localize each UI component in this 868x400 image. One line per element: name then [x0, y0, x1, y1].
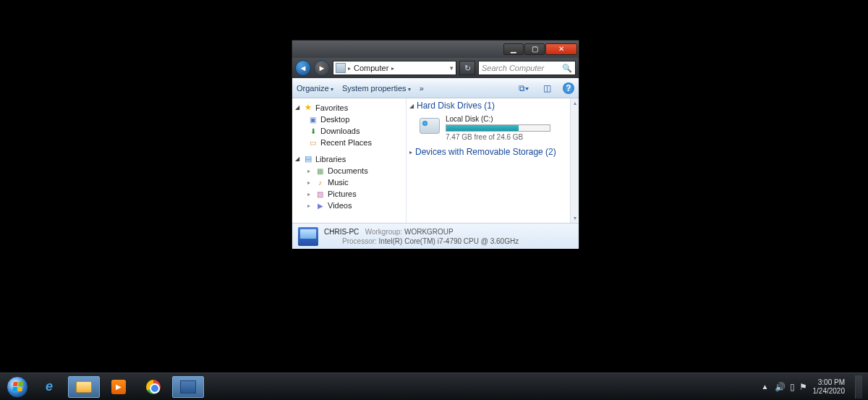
explorer-window: ▁ ▢ ✕ ◄ ► ▸ Computer ▸ ▾ ↻ Search Comput…: [292, 40, 579, 248]
app-icon: [180, 380, 196, 393]
close-button[interactable]: ✕: [545, 43, 577, 55]
favorites-header[interactable]: ◢★ Favorites: [292, 101, 406, 114]
taskbar: e ▶ ▲ 🔊 ▯ ⚑ 3:00 PM 1/24/2020: [0, 373, 868, 400]
computer-name: CHRIS-PC: [324, 228, 359, 236]
videos-icon: ▶: [315, 200, 326, 210]
forward-button[interactable]: ►: [314, 60, 330, 76]
libraries-label: Libraries: [315, 155, 346, 163]
sidebar-item-desktop[interactable]: ▣ Desktop: [292, 114, 406, 125]
sidebar-item-videos[interactable]: ▸▶ Videos: [292, 200, 406, 211]
drive-freespace: 7.47 GB free of 24.6 GB: [446, 133, 573, 141]
view-options-button[interactable]: ⧉▾: [516, 81, 531, 95]
taskbar-media-player[interactable]: ▶: [103, 376, 135, 398]
dropdown-icon[interactable]: ▾: [450, 64, 454, 72]
star-icon: ★: [302, 103, 313, 113]
desktop-icon: ▣: [307, 114, 318, 124]
processor-value: Intel(R) Core(TM) i7-4790 CPU @ 3.60GHz: [379, 237, 519, 245]
recent-icon: ▭: [307, 137, 318, 148]
hdd-group-header[interactable]: ◢ Hard Disk Drives (1): [407, 98, 579, 114]
drive-local-c[interactable]: Local Disk (C:) 7.47 GB free of 24.6 GB: [407, 114, 579, 145]
maximize-button[interactable]: ▢: [524, 43, 545, 55]
address-bar[interactable]: ▸ Computer ▸ ▾: [333, 61, 456, 75]
clock[interactable]: 3:00 PM 1/24/2020: [813, 378, 846, 396]
taskbar-chrome[interactable]: [137, 376, 169, 398]
scrollbar[interactable]: ▴▾: [570, 98, 579, 223]
media-icon: ▶: [111, 380, 126, 394]
chrome-icon: [146, 380, 161, 394]
libraries-group: ◢▤ Libraries ▸▦ Documents ▸♪ Music ▸▧ Pi…: [292, 153, 406, 211]
network-icon[interactable]: ▯: [790, 382, 795, 392]
downloads-icon: ⬇: [307, 126, 318, 136]
computer-large-icon: [298, 227, 318, 246]
preview-pane-button[interactable]: ◫: [540, 81, 554, 95]
time: 3:00 PM: [813, 378, 846, 387]
details-pane: CHRIS-PC Workgroup: WORKGROUP Processor:…: [292, 223, 579, 249]
drive-name: Local Disk (C:): [446, 115, 573, 123]
workgroup-label: Workgroup:: [365, 228, 403, 236]
sidebar-item-pictures[interactable]: ▸▧ Pictures: [292, 188, 406, 200]
workgroup-value: WORKGROUP: [404, 228, 454, 236]
titlebar[interactable]: ▁ ▢ ✕: [292, 41, 579, 58]
organize-menu[interactable]: Organize: [297, 84, 333, 93]
taskbar-explorer[interactable]: [68, 376, 100, 398]
folder-icon: [76, 381, 92, 393]
explorer-body: ◢★ Favorites ▣ Desktop ⬇ Downloads ▭ Rec…: [292, 98, 579, 223]
content-pane: ◢ Hard Disk Drives (1) Local Disk (C:) 7…: [407, 98, 579, 223]
favorites-group: ◢★ Favorites ▣ Desktop ⬇ Downloads ▭ Rec…: [292, 101, 406, 148]
windows-logo-icon: [12, 382, 22, 391]
system-properties-button[interactable]: System properties: [342, 84, 411, 93]
search-icon: 🔍: [562, 64, 572, 73]
search-box[interactable]: Search Computer 🔍: [478, 61, 576, 75]
libraries-icon: ▤: [302, 154, 313, 164]
expand-icon: ▸: [409, 149, 412, 156]
nav-pane: ◢★ Favorites ▣ Desktop ⬇ Downloads ▭ Rec…: [292, 98, 407, 223]
toolbar-overflow[interactable]: »: [420, 84, 424, 93]
taskbar-app[interactable]: [172, 376, 204, 398]
refresh-button[interactable]: ↻: [459, 61, 475, 75]
system-tray: ▲ 🔊 ▯ ⚑ 3:00 PM 1/24/2020: [762, 375, 865, 399]
action-center-icon[interactable]: ⚑: [799, 382, 807, 392]
sidebar-item-documents[interactable]: ▸▦ Documents: [292, 165, 406, 176]
processor-label: Processor:: [342, 237, 377, 245]
drive-icon: [420, 118, 440, 134]
help-button[interactable]: ?: [563, 82, 574, 94]
command-bar: Organize System properties » ⧉▾ ◫ ?: [292, 78, 579, 98]
sidebar-item-recent-places[interactable]: ▭ Recent Places: [292, 137, 406, 148]
collapse-icon: ◢: [409, 103, 414, 109]
tray-chevron[interactable]: ▲: [762, 383, 769, 391]
sidebar-item-music[interactable]: ▸♪ Music: [292, 176, 406, 188]
volume-icon[interactable]: 🔊: [775, 382, 786, 392]
start-button[interactable]: [3, 375, 32, 399]
music-icon: ♪: [315, 177, 326, 187]
show-desktop-button[interactable]: [855, 375, 862, 399]
favorites-label: Favorites: [315, 103, 348, 112]
date: 1/24/2020: [813, 387, 846, 396]
libraries-header[interactable]: ◢▤ Libraries: [292, 153, 406, 165]
documents-icon: ▦: [315, 166, 326, 176]
back-button[interactable]: ◄: [295, 60, 311, 76]
address-segment[interactable]: Computer: [351, 64, 391, 72]
ie-icon: e: [46, 379, 53, 394]
minimize-button[interactable]: ▁: [503, 43, 524, 55]
sidebar-item-downloads[interactable]: ⬇ Downloads: [292, 125, 406, 137]
search-placeholder: Search Computer: [482, 64, 544, 72]
chevron-right-icon: ▸: [391, 65, 394, 72]
capacity-bar: [446, 124, 550, 132]
taskbar-ie[interactable]: e: [33, 376, 65, 398]
pictures-icon: ▧: [315, 189, 326, 199]
nav-bar: ◄ ► ▸ Computer ▸ ▾ ↻ Search Computer 🔍: [292, 58, 579, 78]
computer-icon: [336, 63, 346, 73]
removable-group-header[interactable]: ▸ Devices with Removable Storage (2): [407, 145, 579, 160]
drive-info: Local Disk (C:) 7.47 GB free of 24.6 GB: [446, 115, 573, 141]
